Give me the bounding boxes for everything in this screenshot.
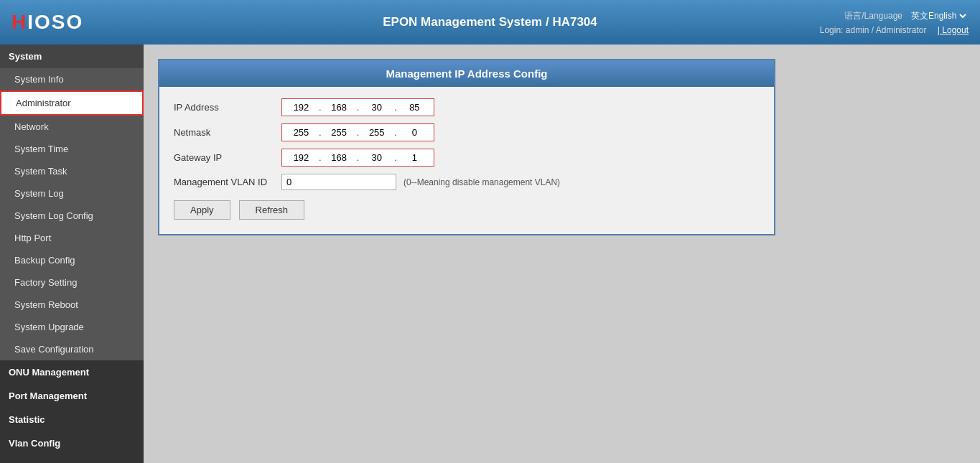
netmask-octet1[interactable] [285,126,317,139]
header: HIOSO EPON Management System / HA7304 语言… [0,0,980,45]
gateway-ip-row: Gateway IP . . . [174,149,760,167]
netmask-octet3[interactable] [360,126,393,139]
config-panel: Management IP Address Config IP Address … [158,59,775,235]
layout: System System Info Administrator Network… [0,45,980,463]
sidebar-group-bandwidth-config[interactable]: Bandwidth Config [0,455,144,463]
sidebar-group-vlan-config[interactable]: Vlan Config [0,431,144,455]
gateway-ip-octet1[interactable] [285,151,317,164]
sidebar-item-system-time[interactable]: System Time [0,138,144,160]
netmask-octet2[interactable] [323,126,355,139]
panel-title: Management IP Address Config [159,60,774,87]
ip-address-row: IP Address . . . [174,98,760,116]
gateway-ip-octet4[interactable] [398,151,431,164]
sidebar-item-system-upgrade[interactable]: System Upgrade [0,316,144,338]
vlan-id-input[interactable] [281,174,396,190]
gateway-ip-input-group: . . . [281,149,434,167]
netmask-input-group: . . . [281,123,434,141]
ip-address-octet2[interactable] [323,100,355,114]
sidebar-item-backup-config[interactable]: Backup Config [0,249,144,271]
sidebar-item-save-configuration[interactable]: Save Configuration [0,338,144,360]
vlan-id-label: Management VLAN ID [174,177,281,187]
sidebar-item-system-reboot[interactable]: System Reboot [0,294,144,316]
sidebar-group-onu-management[interactable]: ONU Management [0,360,144,384]
vlan-id-hint: (0--Meaning disable management VLAN) [403,177,560,187]
ip-address-label: IP Address [174,102,281,113]
sidebar-group-port-management[interactable]: Port Management [0,384,144,408]
gateway-ip-octet3[interactable] [360,151,393,164]
login-info: Login: admin / Administrator [820,25,927,35]
sidebar-item-administrator[interactable]: Administrator [0,90,144,116]
netmask-octet4[interactable] [398,126,431,139]
sidebar: System System Info Administrator Network… [0,45,144,463]
gateway-ip-octet2[interactable] [323,151,355,164]
sidebar-item-factory-setting[interactable]: Factory Setting [0,271,144,294]
logout-link[interactable]: | Logout [938,25,969,35]
logo: HIOSO [11,11,83,34]
logo-icon: H [11,11,27,33]
sidebar-item-system-task[interactable]: System Task [0,160,144,182]
lang-label: 语言/Language [844,10,902,22]
ip-address-octet1[interactable] [285,100,317,114]
sidebar-item-system-log-config[interactable]: System Log Config [0,205,144,227]
ip-address-octet4[interactable] [398,100,431,114]
vlan-id-row: Management VLAN ID (0--Meaning disable m… [174,174,760,190]
sidebar-item-http-port[interactable]: Http Port [0,227,144,249]
refresh-button[interactable]: Refresh [239,200,305,220]
apply-button[interactable]: Apply [174,200,230,220]
netmask-label: Netmask [174,127,281,138]
language-select[interactable]: 英文English [908,10,969,22]
sidebar-item-network[interactable]: Network [0,116,144,138]
ip-address-octet3[interactable] [360,100,393,114]
main-content: Management IP Address Config IP Address … [144,45,980,463]
gateway-ip-label: Gateway IP [174,152,281,163]
sidebar-group-system[interactable]: System [0,45,144,68]
ip-address-input-group: . . . [281,98,434,116]
sidebar-item-system-info[interactable]: System Info [0,68,144,90]
panel-body: IP Address . . . Netmask [159,87,774,234]
app-title: EPON Management System / HA7304 [383,15,597,29]
sidebar-item-system-log[interactable]: System Log [0,182,144,205]
button-row: Apply Refresh [174,200,760,220]
netmask-row: Netmask . . . [174,123,760,141]
sidebar-group-statistic[interactable]: Statistic [0,408,144,431]
